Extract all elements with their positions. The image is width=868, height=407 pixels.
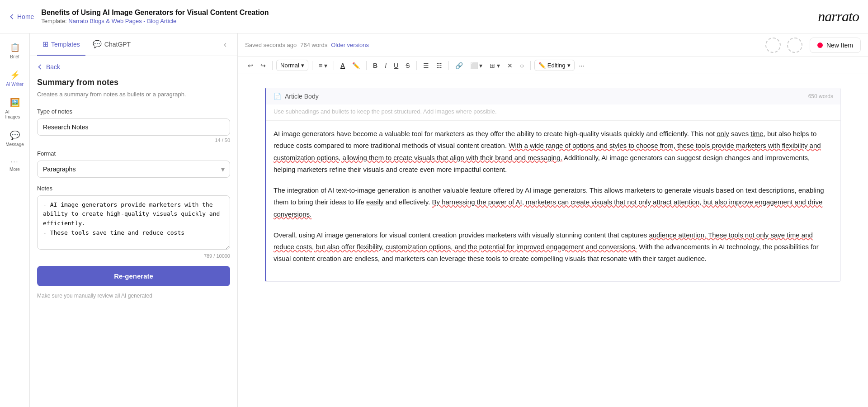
article-body-header: 📄 Article Body 650 words xyxy=(266,88,840,104)
ai-images-icon: 🖼️ xyxy=(10,98,20,108)
avatar-circle[interactable] xyxy=(765,38,781,53)
more-icon: ··· xyxy=(11,158,19,165)
font-color-icon: A xyxy=(340,62,345,69)
paragraph-1: AI image generators have become a valuab… xyxy=(274,128,833,175)
bullet-list-button[interactable]: ☰ xyxy=(420,60,432,71)
back-button[interactable]: Back xyxy=(37,63,230,71)
sidebar-item-brief[interactable]: 📋 Brief xyxy=(3,39,27,63)
document-title-area: Benefits of Using AI Image Generators fo… xyxy=(41,9,811,24)
message-icon: 💬 xyxy=(10,130,20,140)
highlight-icon: ✏️ xyxy=(352,62,360,69)
editor-toolbar: ↩ ↪ Normal ▾ ≡ ▾ A ✏️ B I U S ☰ ☷ xyxy=(238,57,868,74)
share-circle[interactable] xyxy=(787,38,802,53)
section-header-left: 📄 Article Body xyxy=(274,93,319,100)
panel-tabs: ⊞ Templates 💬 ChatGPT ‹ xyxy=(30,33,237,56)
brand-logo: narrato xyxy=(818,8,859,25)
toolbar-divider-3 xyxy=(334,61,334,70)
new-item-button[interactable]: New Item xyxy=(810,38,861,53)
older-versions-link[interactable]: Older versions xyxy=(331,42,369,48)
undo-button[interactable]: ↩ xyxy=(245,60,256,71)
comment-button[interactable]: ○ xyxy=(517,60,526,71)
toolbar-divider-2 xyxy=(312,61,312,70)
editing-chevron: ▾ xyxy=(567,62,571,69)
tab-templates[interactable]: ⊞ Templates xyxy=(37,33,85,56)
editor-topbar: Saved seconds ago 764 words Older versio… xyxy=(238,33,868,57)
brief-icon: 📋 xyxy=(10,43,20,52)
sidebar-item-ai-writer[interactable]: ⚡ AI Writer xyxy=(3,66,27,90)
template-title: Summary from notes xyxy=(37,78,230,87)
tab-chatgpt[interactable]: 💬 ChatGPT xyxy=(87,33,136,56)
format-select[interactable]: Paragraphs Bullets xyxy=(37,161,230,178)
sidebar-item-ai-images[interactable]: 🖼️ AI Images xyxy=(3,94,27,123)
article-body-label: Article Body xyxy=(285,93,319,100)
toolbar-divider-6 xyxy=(448,61,449,70)
template-desc: Creates a summary from notes as bullets … xyxy=(37,90,230,99)
image-button[interactable]: ⬜ ▾ xyxy=(467,60,486,71)
document-title: Benefits of Using AI Image Generators fo… xyxy=(41,9,811,17)
sidebar-item-more[interactable]: ··· More xyxy=(3,154,27,175)
toolbar-divider-1 xyxy=(272,61,273,70)
font-color-button[interactable]: A xyxy=(338,60,348,71)
editor-area: Saved seconds ago 764 words Older versio… xyxy=(238,33,868,407)
redo-button[interactable]: ↪ xyxy=(258,60,269,71)
align-button[interactable]: ≡ ▾ xyxy=(316,60,330,71)
article-body-section: 📄 Article Body 650 words Use subheadings… xyxy=(265,88,841,282)
template-subtitle: Template: Narrato Blogs & Web Pages - Bl… xyxy=(41,18,811,24)
disclaimer-text: Make sure you manually review all AI gen… xyxy=(37,292,230,300)
ai-writer-icon: ⚡ xyxy=(10,70,20,80)
section-hint: Use subheadings and bullets to keep the … xyxy=(266,104,840,121)
format-label: Format xyxy=(37,150,230,157)
main-layout: 📋 Brief ⚡ AI Writer 🖼️ AI Images 💬 Messa… xyxy=(0,33,868,407)
regenerate-button[interactable]: Re-generate xyxy=(37,266,230,286)
toolbar-divider-4 xyxy=(366,61,367,70)
templates-tab-icon: ⊞ xyxy=(42,40,48,48)
link-button[interactable]: 🔗 xyxy=(453,60,466,71)
more-options-button[interactable]: ··· xyxy=(576,60,587,71)
topbar: Home Benefits of Using AI Image Generato… xyxy=(0,0,868,33)
paragraph-3: Overall, using AI image generators for v… xyxy=(274,229,833,265)
style-select[interactable]: Normal ▾ xyxy=(276,60,308,71)
article-body-icon: 📄 xyxy=(274,93,281,100)
toolbar-divider-5 xyxy=(416,61,417,70)
editor-content: 📄 Article Body 650 words Use subheadings… xyxy=(238,74,868,407)
editing-mode-button[interactable]: ✏️ Editing ▾ xyxy=(534,60,575,71)
new-item-dot xyxy=(817,43,823,48)
clear-format-button[interactable]: ✕ xyxy=(505,60,515,71)
strikethrough-button[interactable]: S xyxy=(403,60,412,71)
ordered-list-button[interactable]: ☷ xyxy=(434,60,445,71)
type-of-notes-input[interactable] xyxy=(37,118,230,136)
template-link[interactable]: Narrato Blogs & Web Pages - Blog Article xyxy=(68,18,176,24)
type-of-notes-label: Type of notes xyxy=(37,108,230,115)
edit-pencil-icon: ✏️ xyxy=(538,62,546,69)
toolbar-divider-7 xyxy=(530,61,531,70)
notes-char-count: 789 / 10000 xyxy=(37,253,230,259)
chatgpt-tab-icon: 💬 xyxy=(93,40,102,48)
word-count: 764 words xyxy=(300,42,327,48)
style-select-chevron: ▾ xyxy=(301,62,304,69)
underline-button[interactable]: U xyxy=(391,60,401,71)
section-word-count: 650 words xyxy=(808,93,833,99)
highlight-button[interactable]: ✏️ xyxy=(349,60,363,71)
left-panel: ⊞ Templates 💬 ChatGPT ‹ Back Summary fro… xyxy=(30,33,238,407)
paragraph-2: The integration of AI text-to-image gene… xyxy=(274,185,833,220)
format-select-wrapper: Paragraphs Bullets ▾ xyxy=(37,161,230,178)
home-link[interactable]: Home xyxy=(9,13,34,20)
editor-body[interactable]: AI image generators have become a valuab… xyxy=(266,121,840,281)
notes-field-area: Notes - AI image generators provide mark… xyxy=(37,185,230,259)
notes-label: Notes xyxy=(37,185,230,192)
icon-sidebar: 📋 Brief ⚡ AI Writer 🖼️ AI Images 💬 Messa… xyxy=(0,33,30,407)
sidebar-item-message[interactable]: 💬 Message xyxy=(3,127,27,151)
panel-content: Back Summary from notes Creates a summar… xyxy=(30,56,237,407)
save-status: Saved seconds ago xyxy=(245,42,297,48)
italic-button[interactable]: I xyxy=(382,60,389,71)
table-button[interactable]: ⊞ ▾ xyxy=(487,60,503,71)
panel-collapse-btn[interactable]: ‹ xyxy=(220,36,230,53)
type-of-notes-char-count: 14 / 50 xyxy=(37,137,230,143)
bold-button[interactable]: B xyxy=(370,60,380,71)
notes-textarea[interactable]: - AI image generators provide marketers … xyxy=(37,195,230,250)
